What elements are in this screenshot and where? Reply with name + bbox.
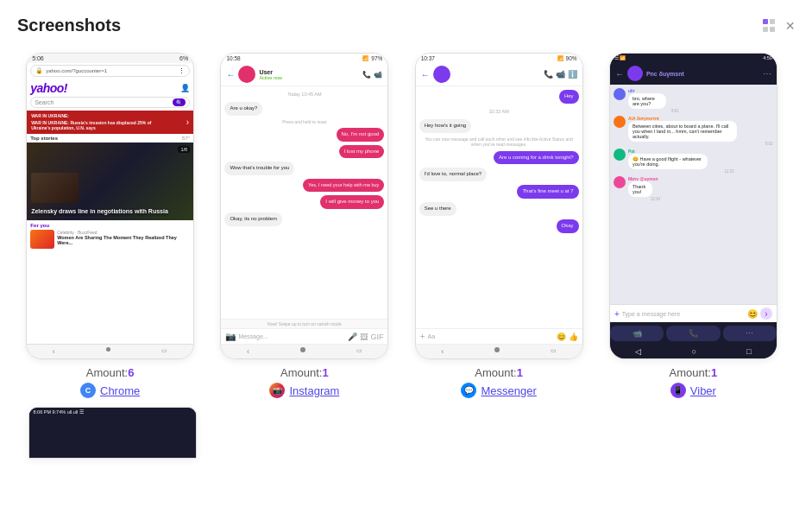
viber-bubble-2: Between cities, about to board a plane. … (628, 121, 737, 142)
chrome-app-name[interactable]: Chrome (100, 384, 140, 397)
viber-msg-2-content: ΑίΑ δοτγmστnt Between cities, about to b… (628, 116, 773, 146)
viber-screen: ☰ 📶 4:59 ← Ρnc δuγmsnt ⋯ (610, 54, 777, 358)
mic-icon[interactable]: 🎤 (348, 333, 357, 341)
grid-dot-3 (763, 27, 768, 32)
nav-tab[interactable]: ▭ (356, 347, 362, 356)
messenger-ts-1: 10:32 AM (419, 109, 579, 114)
viber-avatar-2 (614, 116, 626, 128)
yahoo-search-input: Search (35, 99, 173, 105)
viber-back-icon[interactable]: ← (615, 69, 624, 79)
messenger-msg-2: Hey how's it going (419, 119, 472, 133)
viber-time-3: 12:22 (628, 169, 734, 174)
nav-tab-icon[interactable]: ▭ (161, 347, 167, 356)
android-home[interactable]: ○ (691, 347, 696, 356)
yahoo-search-button[interactable]: 🔍 (173, 98, 186, 106)
instagram-status-bar: 10:58 📶 97% (221, 54, 387, 63)
viber-send-icon[interactable]: › (760, 307, 772, 320)
instagram-active-status: Active now (259, 75, 282, 80)
ukraine-banner-content: WAR IN UKRAINE: WAR IN UKRAINE: Russia's… (31, 113, 152, 131)
viber-more-btn[interactable]: ⋯ (723, 326, 777, 341)
nav-back[interactable]: ‹ (247, 347, 249, 356)
instagram-input-bar: 📷 Message... 🎤 🖼 GIF (221, 328, 387, 344)
messenger-msg-7: Okay (557, 219, 579, 233)
partial-status-text: 8:06 PM 9:74% ull.ull ☰ (34, 409, 84, 415)
messenger-input[interactable]: Aa (427, 333, 553, 339)
viber-contact-name: Ρnc δuγmsnt (646, 71, 684, 77)
phone-icon[interactable]: 📞 (362, 71, 371, 79)
emoji-icon[interactable]: 😊 (557, 333, 566, 341)
news-image: Zelensky draws line in negotiations with… (27, 143, 193, 220)
grid-dot-2 (770, 19, 775, 24)
instagram-status-icons: 📶 97% (362, 55, 382, 61)
news-headline: Zelensky draws line in negotiations with… (31, 207, 168, 215)
viber-msg-4-content: Ματν @uγmsn Thank you! 12:34 (628, 176, 660, 201)
for-you-section: For you Celebrity · BuzzFeed Women Are S… (27, 220, 193, 253)
video-icon[interactable]: 📹 (374, 71, 382, 79)
messenger-phone-icon[interactable]: 📞 (544, 70, 553, 79)
viber-app-name[interactable]: Viber (690, 384, 716, 397)
chrome-url-bar[interactable]: 🔒 yahoo.com/?guccounter=1 ⋮ (30, 65, 190, 77)
messenger-back-icon[interactable]: ← (421, 70, 430, 79)
grid-dot-4 (770, 27, 775, 32)
phone-frame-messenger: 10:37 📶 90% ← 📞 📹 ℹ️ (415, 53, 583, 359)
viber-msg-row-1: ulir bro, where are you? 8:01 (614, 88, 773, 113)
yahoo-search-bar[interactable]: Search 🔍 (30, 97, 190, 108)
phone-frame-partial: 8:06 PM 9:74% ull.ull ☰ (28, 407, 197, 459)
messenger-msg-6: See u there (419, 202, 456, 216)
messenger-header: ← 📞 📹 ℹ️ (416, 63, 582, 86)
messenger-status-icons: 📶 90% (557, 55, 577, 61)
viber-msg-row-2: ΑίΑ δοτγmστnt Between cities, about to b… (614, 116, 773, 146)
viber-plus-icon[interactable]: + (614, 309, 620, 319)
viber-input-placeholder[interactable]: Type a message here (622, 311, 745, 317)
nav-back-m[interactable]: ‹ (441, 347, 444, 356)
viber-header: ← Ρnc δuγmsnt ⋯ (610, 62, 777, 85)
chrome-battery: 6% (179, 55, 188, 61)
messenger-input-row: Aa (427, 333, 553, 339)
android-recent[interactable]: □ (746, 347, 751, 356)
news-image-block: Zelensky draws line in negotiations with… (27, 143, 193, 220)
ukraine-banner: WAR IN UKRAINE: WAR IN UKRAINE: Russia's… (27, 111, 193, 134)
viber-avatar (627, 66, 643, 81)
messenger-info-icon[interactable]: ℹ️ (568, 70, 577, 79)
messenger-video-icon[interactable]: 📹 (556, 70, 565, 79)
nav-back-icon[interactable]: ‹ (53, 347, 55, 356)
partial-status-bar: 8:06 PM 9:74% ull.ull ☰ (29, 408, 196, 416)
chevron-right-icon: › (186, 117, 189, 128)
close-icon[interactable]: × (785, 18, 795, 34)
nav-tab-m[interactable]: ▭ (551, 347, 557, 356)
viber-phone-btn[interactable]: 📞 (666, 326, 720, 341)
instagram-bottom-nav: ‹ ▭ (221, 344, 387, 358)
messenger-attach-icon[interactable]: + (420, 332, 425, 341)
screenshot-viber: ☰ 📶 4:59 ← Ρnc δuγmsnt ⋯ (601, 53, 786, 398)
screenshot-chrome: 5:06 6% 🔒 yahoo.com/?guccounter=1 ⋮ yaho… (17, 53, 203, 398)
top-stories-temp: 57° (182, 136, 190, 141)
news-counter: 1/8 (178, 146, 190, 153)
viber-amount-value: 1 (711, 366, 717, 379)
instagram-app-name[interactable]: Instagram (289, 384, 339, 397)
instagram-chat: Today 10:45 AM Are u okay? Press and hol… (221, 86, 387, 319)
messenger-msg-4: I'd love to, normal place? (419, 168, 488, 181)
messenger-avatar (433, 66, 450, 83)
more-icon: ⋮ (179, 67, 185, 74)
camera-icon[interactable]: 📷 (225, 332, 236, 341)
messenger-app-name[interactable]: Messenger (481, 384, 536, 397)
sticker-icon[interactable]: 🖼 (360, 333, 368, 341)
top-stories-bar: Top stories 57° (27, 134, 193, 143)
chrome-app-label: C Chrome (80, 383, 140, 398)
chrome-time: 5:06 (32, 55, 44, 61)
viber-more-icon[interactable]: ⋯ (763, 69, 771, 79)
chrome-amount-label: Amount:6 (86, 366, 135, 379)
viber-msg-row-3: Pat 😊 Have a good flight - whatever you'… (614, 149, 773, 174)
viber-amount-label: Amount:1 (670, 366, 718, 379)
grid-view-icon[interactable] (763, 19, 777, 33)
viber-sender-4: Ματν @uγmsn (628, 176, 660, 181)
viber-emoji-icon[interactable]: 😊 (747, 309, 758, 319)
back-icon[interactable]: ← (226, 70, 235, 79)
android-back[interactable]: ◁ (635, 347, 641, 356)
instagram-input[interactable]: Message... (238, 333, 345, 339)
msg-6: I will give money to you (320, 195, 384, 209)
gif-icon[interactable]: GIF (370, 333, 383, 341)
viber-video-btn[interactable]: 📹 (610, 326, 664, 341)
thumbs-up-icon[interactable]: 👍 (569, 333, 578, 341)
top-stories-label: Top stories (30, 136, 58, 141)
